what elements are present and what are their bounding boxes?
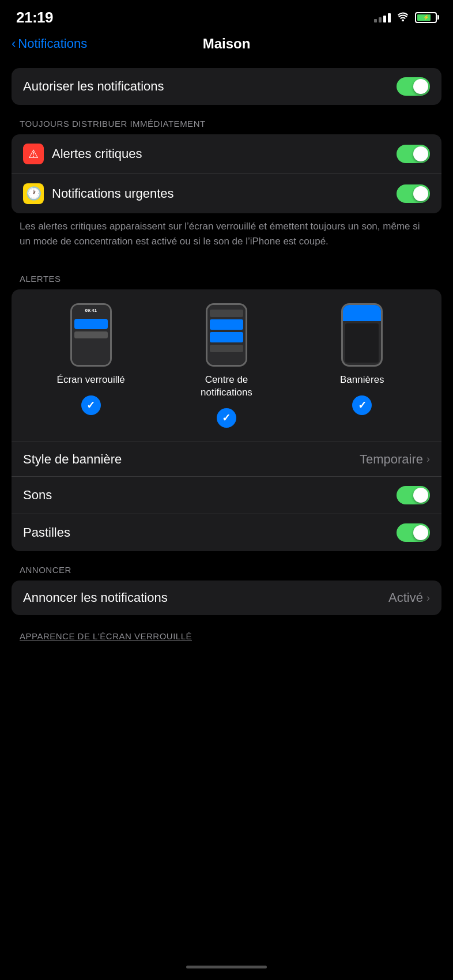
banner-bar — [343, 305, 381, 321]
alert-option-lock-screen[interactable]: 09:41 Écran verrouillé ✓ — [56, 303, 126, 420]
always-deliver-section: TOUJOURS DISTRIBUER IMMÉDIATEMENT ⚠ Aler… — [0, 119, 453, 260]
always-deliver-label: TOUJOURS DISTRIBUER IMMÉDIATEMENT — [0, 119, 453, 129]
banner-style-label: Style de bannière — [23, 452, 122, 467]
page-title: Maison — [203, 36, 251, 52]
allow-notifications-section: Autoriser les notifications — [0, 68, 453, 105]
alert-icon: ⚠ — [23, 144, 44, 164]
announce-notifications-row[interactable]: Annoncer les notifications Activé › — [12, 581, 441, 615]
critical-alerts-left: ⚠ Alertes critiques — [23, 144, 397, 164]
clock-icon: 🕐 — [23, 183, 44, 204]
allow-notifications-toggle[interactable] — [397, 77, 430, 96]
battery-icon: ⚡ — [415, 12, 437, 23]
always-deliver-card: ⚠ Alertes critiques 🕐 Notifications urge… — [12, 134, 441, 213]
clock-symbol: 🕐 — [26, 186, 41, 201]
home-indicator — [0, 960, 453, 980]
phone-time: 09:41 — [85, 308, 96, 313]
sounds-label: Sons — [23, 488, 52, 503]
announce-card: Annoncer les notifications Activé › — [12, 581, 441, 615]
wifi-icon — [397, 11, 409, 24]
urgent-notifications-row: 🕐 Notifications urgentes — [12, 174, 441, 213]
notification-center-label: Centre denotifications — [201, 374, 252, 399]
alerts-section: ALERTES 09:41 Écran verrouillé ✓ — [0, 274, 453, 551]
announce-label: ANNONCER — [0, 565, 453, 575]
pastilles-toggle[interactable] — [397, 523, 430, 542]
toggle-knob-urgent — [413, 186, 428, 201]
check-icon-banners: ✓ — [358, 399, 367, 412]
sounds-row: Sons — [12, 477, 441, 514]
alerts-label: ALERTES — [0, 274, 453, 284]
warning-symbol: ⚠ — [28, 147, 39, 161]
pastilles-row: Pastilles — [12, 514, 441, 551]
content: Autoriser les notifications TOUJOURS DIS… — [0, 62, 453, 653]
critical-description: Les alertes critiques apparaissent sur l… — [0, 213, 453, 260]
critical-alerts-row: ⚠ Alertes critiques — [12, 134, 441, 174]
sounds-toggle[interactable] — [397, 486, 430, 504]
announce-notifications-label: Annoncer les notifications — [23, 590, 168, 605]
status-bar: 21:19 ⚡ — [0, 0, 453, 31]
notification-center-icon — [206, 303, 247, 367]
check-icon-nc: ✓ — [222, 412, 231, 424]
toggle-knob-pastilles — [413, 525, 428, 540]
banners-icon — [341, 303, 383, 367]
allow-notifications-row: Autoriser les notifications — [12, 68, 441, 105]
banner-style-row[interactable]: Style de bannière Temporaire › — [12, 442, 441, 477]
alert-options: 09:41 Écran verrouillé ✓ — [12, 303, 441, 442]
screen-row — [74, 331, 108, 338]
home-bar — [186, 966, 267, 968]
allow-notifications-card: Autoriser les notifications — [12, 68, 441, 105]
chevron-right-icon: › — [426, 453, 430, 465]
nav-header: ‹ Notifications Maison — [0, 31, 453, 62]
check-icon: ✓ — [86, 399, 95, 412]
status-time: 21:19 — [16, 9, 53, 27]
announce-current: Activé — [388, 590, 423, 605]
urgent-notifications-toggle[interactable] — [397, 184, 430, 203]
locked-screen-label: APPARENCE DE L'ÉCRAN VERROUILLÉ — [0, 631, 453, 641]
critical-alerts-toggle[interactable] — [397, 145, 430, 163]
nc-row-blue-2 — [210, 332, 243, 342]
signal-icon — [374, 12, 391, 22]
toggle-knob-critical — [413, 146, 428, 161]
status-icons: ⚡ — [374, 11, 437, 24]
alert-option-notification-center[interactable]: Centre denotifications ✓ — [192, 303, 261, 432]
critical-alerts-label: Alertes critiques — [52, 146, 142, 161]
announce-value: Activé › — [388, 590, 430, 605]
urgent-notifications-label: Notifications urgentes — [52, 186, 174, 201]
notification-center-check: ✓ — [217, 408, 236, 428]
alerts-card: 09:41 Écran verrouillé ✓ — [12, 289, 441, 551]
locked-screen-section: APPARENCE DE L'ÉCRAN VERROUILLÉ — [0, 631, 453, 641]
toggle-knob — [413, 79, 428, 94]
alert-option-banners[interactable]: Bannières ✓ — [327, 303, 397, 420]
lock-screen-check: ✓ — [81, 395, 101, 415]
toggle-knob-sounds — [413, 488, 428, 503]
chevron-right-announce: › — [426, 592, 430, 604]
notification-bar-1 — [74, 319, 108, 329]
bottom-spacer — [0, 653, 453, 687]
back-label: Notifications — [18, 36, 87, 51]
nc-row-1 — [210, 310, 243, 317]
banner-screen — [345, 323, 379, 363]
nc-row-3 — [210, 345, 243, 352]
announce-section: ANNONCER Annoncer les notifications Acti… — [0, 565, 453, 615]
chevron-left-icon: ‹ — [12, 37, 16, 50]
back-button[interactable]: ‹ Notifications — [12, 36, 87, 51]
banners-check: ✓ — [352, 395, 372, 415]
pastilles-label: Pastilles — [23, 525, 70, 540]
lock-screen-label: Écran verrouillé — [57, 374, 125, 386]
banners-label: Bannières — [340, 374, 384, 386]
banner-style-current: Temporaire — [360, 452, 423, 467]
lock-screen-icon: 09:41 — [70, 303, 112, 367]
banner-style-value: Temporaire › — [360, 452, 430, 467]
urgent-left: 🕐 Notifications urgentes — [23, 183, 397, 204]
allow-notifications-label: Autoriser les notifications — [23, 79, 164, 94]
nc-row-blue-1 — [210, 319, 243, 330]
